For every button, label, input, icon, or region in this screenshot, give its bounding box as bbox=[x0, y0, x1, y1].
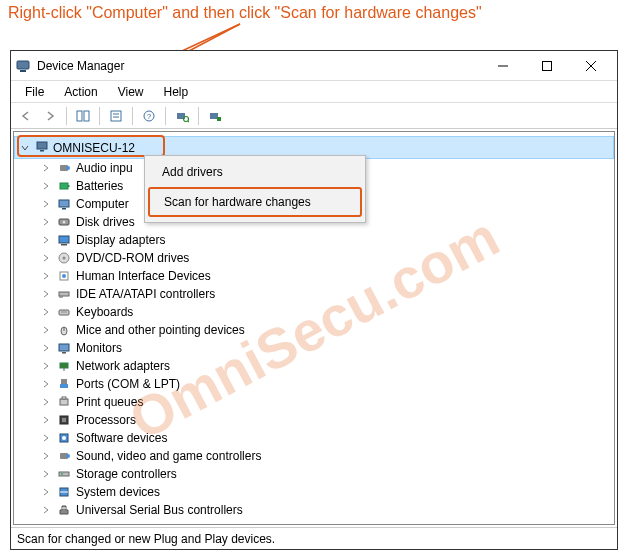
tree-node-label: Ports (COM & LPT) bbox=[76, 377, 180, 391]
chevron-down-icon bbox=[19, 143, 31, 153]
device-icon bbox=[56, 250, 72, 266]
device-icon bbox=[56, 340, 72, 356]
svg-point-24 bbox=[66, 166, 70, 170]
menu-help[interactable]: Help bbox=[154, 83, 199, 101]
device-icon bbox=[56, 214, 72, 230]
tree-node[interactable]: System devices bbox=[14, 483, 614, 501]
toolbar-back-button[interactable] bbox=[15, 105, 37, 127]
tree-node[interactable]: Software devices bbox=[14, 429, 614, 447]
context-menu-add-drivers[interactable]: Add drivers bbox=[148, 159, 362, 185]
svg-rect-11 bbox=[111, 111, 121, 121]
device-icon bbox=[56, 484, 72, 500]
menu-file[interactable]: File bbox=[15, 83, 54, 101]
chevron-right-icon bbox=[40, 326, 52, 334]
tree-node-label: Computer bbox=[76, 197, 129, 211]
tree-node[interactable]: Display adapters bbox=[14, 231, 614, 249]
svg-rect-4 bbox=[20, 70, 26, 72]
svg-rect-3 bbox=[17, 61, 29, 69]
svg-rect-25 bbox=[60, 183, 68, 189]
tree-node-label: Sound, video and game controllers bbox=[76, 449, 261, 463]
tree-node-label: Storage controllers bbox=[76, 467, 177, 481]
tree-root-label: OMNISECU-12 bbox=[53, 141, 135, 155]
device-icon bbox=[56, 448, 72, 464]
svg-point-36 bbox=[62, 274, 66, 278]
chevron-right-icon bbox=[40, 434, 52, 442]
toolbar-separator bbox=[165, 107, 166, 125]
svg-rect-54 bbox=[62, 418, 66, 422]
tree-node-label: Processors bbox=[76, 413, 136, 427]
device-icon bbox=[56, 430, 72, 446]
tree-node-label: Display adapters bbox=[76, 233, 165, 247]
tree-node-label: Batteries bbox=[76, 179, 123, 193]
titlebar: Device Manager bbox=[11, 51, 617, 81]
computer-icon bbox=[35, 139, 49, 156]
tree-node-label: Keyboards bbox=[76, 305, 133, 319]
toolbar: ? bbox=[11, 103, 617, 129]
chevron-right-icon bbox=[40, 254, 52, 262]
tree-node[interactable]: Monitors bbox=[14, 339, 614, 357]
tree-node-label: System devices bbox=[76, 485, 160, 499]
device-icon bbox=[56, 394, 72, 410]
svg-rect-46 bbox=[60, 363, 68, 368]
device-icon bbox=[56, 286, 72, 302]
tree-node[interactable]: Storage controllers bbox=[14, 465, 614, 483]
chevron-right-icon bbox=[40, 488, 52, 496]
svg-rect-45 bbox=[62, 352, 66, 354]
toolbar-show-hide-button[interactable] bbox=[72, 105, 94, 127]
toolbar-scan-button[interactable] bbox=[171, 105, 193, 127]
device-tree-panel[interactable]: OMNISECU-12 Audio inpuBatteriesComputerD… bbox=[13, 131, 615, 525]
tree-node[interactable]: DVD/CD-ROM drives bbox=[14, 249, 614, 267]
svg-rect-59 bbox=[59, 472, 69, 476]
svg-rect-9 bbox=[77, 111, 82, 121]
context-menu: Add drivers Scan for hardware changes bbox=[144, 155, 366, 223]
svg-point-58 bbox=[66, 454, 70, 458]
svg-point-56 bbox=[62, 436, 66, 440]
window-title: Device Manager bbox=[37, 59, 481, 73]
device-icon bbox=[56, 412, 72, 428]
maximize-button[interactable] bbox=[525, 51, 569, 81]
svg-rect-21 bbox=[37, 142, 47, 149]
tree-node[interactable]: Mice and other pointing devices bbox=[14, 321, 614, 339]
chevron-right-icon bbox=[40, 470, 52, 478]
svg-rect-44 bbox=[59, 344, 69, 351]
tree-node-label: Software devices bbox=[76, 431, 167, 445]
chevron-right-icon bbox=[40, 200, 52, 208]
menubar: File Action View Help bbox=[11, 81, 617, 103]
tree-node[interactable]: Print queues bbox=[14, 393, 614, 411]
tree-node[interactable]: Processors bbox=[14, 411, 614, 429]
svg-rect-27 bbox=[59, 200, 69, 207]
close-button[interactable] bbox=[569, 51, 613, 81]
tree-node[interactable]: IDE ATA/ATAPI controllers bbox=[14, 285, 614, 303]
tree-node[interactable]: Keyboards bbox=[14, 303, 614, 321]
device-icon bbox=[56, 358, 72, 374]
toolbar-help-button[interactable]: ? bbox=[138, 105, 160, 127]
chevron-right-icon bbox=[40, 452, 52, 460]
statusbar: Scan for changed or new Plug and Play de… bbox=[11, 527, 617, 549]
svg-text:?: ? bbox=[147, 112, 152, 121]
toolbar-forward-button[interactable] bbox=[39, 105, 61, 127]
device-icon bbox=[56, 304, 72, 320]
tree-node[interactable]: Sound, video and game controllers bbox=[14, 447, 614, 465]
tree-node[interactable]: Ports (COM & LPT) bbox=[14, 375, 614, 393]
chevron-right-icon bbox=[40, 290, 52, 298]
tree-node-label: Network adapters bbox=[76, 359, 170, 373]
toolbar-properties-button[interactable] bbox=[105, 105, 127, 127]
tree-node[interactable]: Human Interface Devices bbox=[14, 267, 614, 285]
svg-rect-37 bbox=[59, 292, 69, 296]
device-icon bbox=[56, 502, 72, 518]
device-icon bbox=[56, 376, 72, 392]
tree-node-label: Print queues bbox=[76, 395, 143, 409]
minimize-button[interactable] bbox=[481, 51, 525, 81]
menu-action[interactable]: Action bbox=[54, 83, 107, 101]
tree-node-label: IDE ATA/ATAPI controllers bbox=[76, 287, 215, 301]
menu-view[interactable]: View bbox=[108, 83, 154, 101]
toolbar-separator bbox=[198, 107, 199, 125]
chevron-right-icon bbox=[40, 308, 52, 316]
chevron-right-icon bbox=[40, 362, 52, 370]
svg-rect-49 bbox=[64, 379, 67, 384]
tree-node-label: Human Interface Devices bbox=[76, 269, 211, 283]
tree-node[interactable]: Network adapters bbox=[14, 357, 614, 375]
toolbar-add-driver-button[interactable] bbox=[204, 105, 226, 127]
tree-node[interactable]: Universal Serial Bus controllers bbox=[14, 501, 614, 519]
context-menu-scan-hardware[interactable]: Scan for hardware changes bbox=[148, 187, 362, 217]
